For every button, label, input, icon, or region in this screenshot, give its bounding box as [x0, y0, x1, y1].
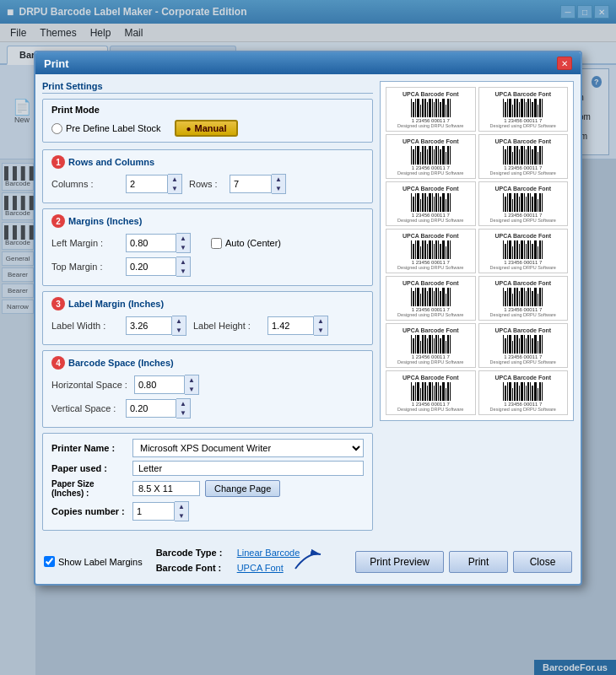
copies-up[interactable]: ▲ — [175, 502, 188, 511]
v-space-input[interactable] — [126, 399, 176, 418]
label-margin-section: 3 Label Margin (Inches) Label Width : ▲ … — [42, 291, 373, 345]
bc-cell-designed: Designed using DRPU Software — [482, 123, 565, 128]
bc-cell-title: UPCA Barcode Font — [482, 375, 565, 381]
num-4: 4 — [51, 356, 65, 370]
dialog-left-panel: Print Settings Print Mode Pre Define Lab… — [42, 81, 373, 536]
barcode-font-value[interactable]: UPCA Font — [237, 563, 284, 573]
bc-cell-designed: Designed using DRPU Software — [389, 170, 473, 176]
bc-cell-title: UPCA Barcode Font — [389, 375, 473, 381]
h-space-input[interactable] — [134, 375, 185, 394]
show-margins-label[interactable]: Show Label Margins — [44, 556, 143, 567]
copies-label: Copies number : — [51, 506, 127, 516]
printer-name-row: Printer Name : Microsoft XPS Document Wr… — [51, 439, 364, 457]
margins-title: 2 Margins (Inches) — [51, 214, 364, 228]
columns-down[interactable]: ▼ — [168, 184, 181, 193]
barcode-preview-cell: UPCA Barcode Font 1 23456 00011 7 Design… — [478, 181, 569, 226]
top-margin-input[interactable] — [126, 257, 176, 276]
rows-down[interactable]: ▼ — [272, 184, 285, 193]
label-width-up[interactable]: ▲ — [172, 316, 186, 326]
print-dialog: Print ✕ Print Settings Print Mode Pre De… — [34, 51, 582, 586]
barcode-preview-cell: UPCA Barcode Font 1 23456 00011 7 Design… — [478, 370, 569, 415]
left-margin-row: Left Margin : ▲ ▼ Auto (Center) — [51, 233, 364, 253]
barcode-type-value[interactable]: Linear Barcode — [237, 548, 300, 558]
printer-select[interactable]: Microsoft XPS Document Writer — [132, 439, 364, 457]
change-page-button[interactable]: Change Page — [205, 480, 280, 497]
dialog-close-button[interactable]: ✕ — [557, 57, 572, 70]
manual-radio-dot: ● — [186, 124, 192, 133]
label-width-spinner: ▲ ▼ — [126, 316, 186, 336]
v-space-arrows: ▲ ▼ — [176, 398, 191, 418]
footer-buttons: Print Preview Print Close — [355, 551, 572, 573]
label-margin-title: 3 Label Margin (Inches) — [51, 297, 364, 310]
bc-cell-title: UPCA Barcode Font — [389, 233, 473, 239]
num-2: 2 — [51, 214, 65, 228]
pre-define-radio[interactable] — [51, 123, 62, 134]
left-margin-arrows: ▲ ▼ — [176, 233, 191, 253]
left-margin-down[interactable]: ▼ — [176, 243, 190, 252]
close-button[interactable]: Close — [513, 551, 572, 573]
top-margin-arrows: ▲ ▼ — [176, 256, 191, 277]
print-button[interactable]: Print — [449, 551, 508, 573]
barcode-preview-cell: UPCA Barcode Font 1 23456 00011 7 Design… — [386, 323, 476, 368]
barcode-preview-cell: UPCA Barcode Font 1 23456 00011 7 Design… — [386, 229, 476, 273]
columns-input[interactable] — [126, 175, 168, 193]
label-height-down[interactable]: ▼ — [314, 326, 327, 335]
bc-cell-designed: Designed using DRPU Software — [482, 359, 565, 364]
barcode-font-row: Barcode Font : UPCA Font — [156, 563, 300, 573]
copies-down[interactable]: ▼ — [175, 511, 188, 521]
bc-cell-designed: Designed using DRPU Software — [482, 170, 565, 176]
rows-up[interactable]: ▲ — [272, 175, 285, 184]
barcode-font-label: Barcode Font : — [156, 563, 232, 573]
columns-spinner: ▲ ▼ — [126, 174, 182, 194]
copies-arrows: ▲ ▼ — [175, 501, 189, 521]
bc-cell-title: UPCA Barcode Font — [389, 327, 473, 333]
auto-center-checkbox[interactable] — [211, 238, 222, 249]
label-height-up[interactable]: ▲ — [314, 316, 327, 326]
bc-cell-designed: Designed using DRPU Software — [389, 265, 473, 270]
manual-button[interactable]: ● Manual — [175, 120, 239, 137]
print-settings-title: Print Settings — [42, 81, 373, 94]
label-height-arrows: ▲ ▼ — [314, 316, 328, 336]
left-margin-up[interactable]: ▲ — [176, 234, 190, 243]
label-width-input[interactable] — [126, 316, 172, 335]
print-preview-button[interactable]: Print Preview — [355, 551, 444, 573]
rows-spinner: ▲ ▼ — [230, 174, 286, 194]
bc-cell-designed: Designed using DRPU Software — [482, 312, 565, 317]
columns-up[interactable]: ▲ — [168, 175, 181, 184]
top-margin-down[interactable]: ▼ — [176, 267, 190, 276]
paper-size-value: 8.5 X 11 — [132, 481, 200, 496]
paper-used-label: Paper used : — [51, 463, 127, 473]
top-margin-up[interactable]: ▲ — [176, 257, 190, 267]
pre-define-radio-label[interactable]: Pre Define Label Stock — [51, 123, 161, 134]
paper-size-label: Paper Size (Inches) : — [51, 479, 127, 498]
v-space-spinner: ▲ ▼ — [126, 398, 191, 418]
left-margin-label: Left Margin : — [51, 238, 119, 248]
printer-name-label: Printer Name : — [51, 443, 127, 453]
bc-cell-title: UPCA Barcode Font — [482, 233, 565, 239]
dialog-overlay: Print ✕ Print Settings Print Mode Pre De… — [0, 0, 616, 675]
bc-cell-designed: Designed using DRPU Software — [482, 218, 565, 223]
show-margins-checkbox[interactable] — [44, 556, 55, 567]
left-margin-input[interactable] — [126, 234, 176, 252]
rows-columns-label: Rows and Columns — [68, 157, 154, 167]
auto-center-label[interactable]: Auto (Center) — [211, 238, 281, 249]
h-space-down[interactable]: ▼ — [185, 385, 198, 394]
barcode-type-label: Barcode Type : — [156, 548, 232, 558]
barcode-preview-cell: UPCA Barcode Font 1 23456 00011 7 Design… — [386, 370, 476, 415]
bc-cell-title: UPCA Barcode Font — [482, 327, 565, 333]
label-height-input[interactable] — [267, 316, 314, 335]
barcode-preview-cell: UPCA Barcode Font 1 23456 00011 7 Design… — [478, 87, 569, 132]
label-height-spinner: ▲ ▼ — [267, 316, 328, 336]
h-space-up[interactable]: ▲ — [185, 375, 198, 385]
bc-cell-title: UPCA Barcode Font — [389, 138, 473, 144]
label-width-down[interactable]: ▼ — [172, 326, 186, 335]
top-margin-row: Top Margin : ▲ ▼ — [51, 256, 364, 277]
margins-label: Margins (Inches) — [68, 216, 142, 226]
copies-input[interactable] — [132, 502, 175, 521]
bc-cell-designed: Designed using DRPU Software — [389, 359, 473, 364]
rows-input[interactable] — [230, 175, 272, 193]
v-space-up[interactable]: ▲ — [176, 399, 190, 408]
v-space-down[interactable]: ▼ — [176, 408, 190, 418]
h-space-arrows: ▲ ▼ — [185, 375, 199, 395]
barcode-space-title: 4 Barcode Space (Inches) — [51, 356, 364, 370]
